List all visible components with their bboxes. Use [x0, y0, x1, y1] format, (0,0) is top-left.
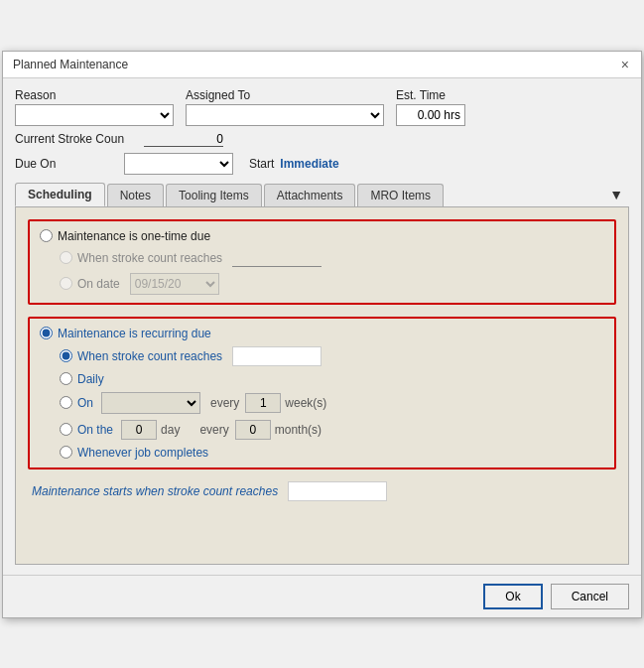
- tabs-bar: Scheduling Notes Tooling Items Attachmen…: [15, 183, 629, 207]
- stroke-count-disabled-label: When stroke count reaches: [77, 251, 222, 265]
- reason-select[interactable]: [15, 104, 174, 126]
- recurring-stroke-label: When stroke count reaches: [77, 349, 222, 363]
- recurring-due-row: Maintenance is recurring due: [40, 327, 604, 340]
- tab-scheduling[interactable]: Scheduling: [15, 183, 105, 206]
- start-label: Start: [249, 157, 274, 171]
- due-on-row: Due On Start Immediate: [15, 153, 629, 175]
- every-months-label: every: [199, 423, 228, 437]
- whenever-row: Whenever job completes: [60, 446, 604, 460]
- planned-maintenance-dialog: Planned Maintenance × Reason Assigned To…: [2, 51, 642, 618]
- recurring-stroke-input[interactable]: [232, 346, 322, 366]
- header-row: Reason Assigned To Est. Time: [15, 88, 629, 126]
- maint-starts-row: Maintenance starts when stroke count rea…: [28, 481, 616, 501]
- dialog-title: Planned Maintenance: [13, 58, 128, 71]
- stroke-count-label: Current Stroke Coun: [15, 132, 144, 146]
- stroke-count-disabled-radio: [60, 251, 72, 264]
- recurring-stroke-row: When stroke count reaches: [60, 346, 604, 366]
- month-unit-label: month(s): [275, 423, 322, 437]
- dialog-buttons: Ok Cancel: [3, 575, 641, 617]
- on-date-select: 09/15/20: [130, 273, 219, 295]
- ok-button[interactable]: Ok: [483, 584, 542, 609]
- recurring-label: Maintenance is recurring due: [58, 327, 211, 340]
- maint-starts-input[interactable]: [288, 481, 387, 501]
- daily-label: Daily: [77, 372, 104, 386]
- on-the-radio[interactable]: [60, 423, 72, 436]
- on-the-row: On the day every month(s): [60, 420, 604, 440]
- tab-notes[interactable]: Notes: [107, 184, 164, 206]
- day-input[interactable]: [121, 420, 157, 440]
- one-time-due-box: Maintenance is one-time due When stroke …: [28, 219, 616, 305]
- on-week-label: On: [77, 396, 93, 410]
- recurring-radio[interactable]: [40, 327, 53, 339]
- stroke-count-row: Current Stroke Coun: [15, 132, 629, 147]
- on-the-label: On the: [77, 423, 113, 437]
- every-weeks-input[interactable]: [245, 393, 281, 413]
- stroke-disabled-row: When stroke count reaches: [60, 249, 604, 267]
- immediate-link[interactable]: Immediate: [280, 157, 338, 171]
- assigned-to-group: Assigned To: [186, 88, 384, 126]
- every-months-input[interactable]: [235, 420, 271, 440]
- on-date-label: On date: [77, 277, 120, 291]
- est-time-group: Est. Time: [396, 88, 465, 126]
- tab-tooling-items[interactable]: Tooling Items: [166, 184, 262, 206]
- assigned-to-select[interactable]: [186, 104, 384, 126]
- on-week-radio[interactable]: [60, 396, 72, 409]
- title-bar: Planned Maintenance ×: [3, 52, 641, 78]
- day-label: day: [161, 423, 180, 437]
- every-weeks-label: every: [210, 396, 239, 410]
- dialog-content: Reason Assigned To Est. Time Current Str…: [3, 78, 641, 575]
- one-time-label: Maintenance is one-time due: [58, 229, 210, 243]
- stroke-count-disabled-input: [232, 249, 322, 267]
- recurring-due-box: Maintenance is recurring due When stroke…: [28, 317, 616, 469]
- on-week-select[interactable]: [101, 392, 200, 414]
- on-date-radio: [60, 277, 72, 290]
- cancel-button[interactable]: Cancel: [551, 584, 629, 609]
- est-time-label: Est. Time: [396, 88, 465, 102]
- maint-starts-label: Maintenance starts when stroke count rea…: [32, 484, 278, 498]
- assigned-to-label: Assigned To: [186, 88, 384, 102]
- due-on-select[interactable]: [124, 153, 233, 175]
- reason-group: Reason: [15, 88, 174, 126]
- reason-label: Reason: [15, 88, 174, 102]
- tab-attachments[interactable]: Attachments: [264, 184, 356, 206]
- daily-row: Daily: [60, 372, 604, 386]
- tab-scroll-arrow[interactable]: ▼: [603, 183, 629, 206]
- due-on-label: Due On: [15, 157, 124, 171]
- whenever-radio[interactable]: [60, 446, 72, 459]
- whenever-label: Whenever job completes: [77, 446, 208, 460]
- on-week-row: On every week(s): [60, 392, 604, 414]
- scheduling-panel: Maintenance is one-time due When stroke …: [15, 207, 629, 565]
- one-time-radio[interactable]: [40, 229, 53, 242]
- est-time-input[interactable]: [396, 104, 465, 126]
- recurring-stroke-radio[interactable]: [60, 349, 72, 362]
- one-time-due-row: Maintenance is one-time due: [40, 229, 604, 243]
- stroke-count-input[interactable]: [144, 132, 223, 147]
- close-button[interactable]: ×: [619, 58, 631, 71]
- tab-mro-items[interactable]: MRO Items: [357, 184, 444, 206]
- daily-radio[interactable]: [60, 372, 72, 385]
- week-unit-label: week(s): [285, 396, 326, 410]
- on-date-row: On date 09/15/20: [60, 273, 604, 295]
